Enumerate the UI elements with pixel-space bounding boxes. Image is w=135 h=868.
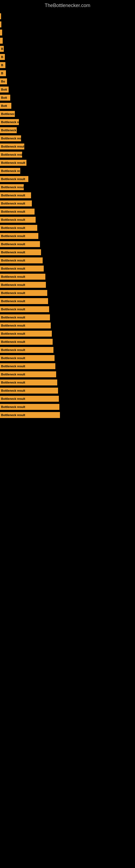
bar-item: Bottleneck result <box>0 200 32 207</box>
bar-item: Bottlenec <box>0 111 15 117</box>
bar-row: B <box>0 53 135 61</box>
bar-label: Bottleneck result <box>1 210 25 213</box>
bar-row: Bottleneck result <box>0 395 135 403</box>
bar-row: Bott <box>0 86 135 93</box>
bar-row: Bottleneck result <box>0 208 135 215</box>
bar-row <box>0 12 135 20</box>
bar-item: Bottleneck result <box>0 225 37 231</box>
bar-row: Bottleneck result <box>0 338 135 346</box>
bar-label: Bottleneck resi <box>1 137 21 140</box>
bar-row: Bottleneck result <box>0 199 135 207</box>
bar-item: Bottleneck result <box>0 160 27 166</box>
bar-row <box>0 29 135 36</box>
bar-label: B <box>1 55 3 59</box>
bar-item: B <box>0 46 4 52</box>
bar-item: B <box>0 62 5 68</box>
bar-item: B <box>0 70 6 76</box>
bar-row: Bott <box>0 94 135 101</box>
bar-row: Bottleneck result <box>0 191 135 199</box>
bar-row: B <box>0 69 135 77</box>
bar-item: Bottleneck result <box>0 209 35 215</box>
bar-label: Bottleneck result <box>1 161 25 164</box>
bars-container: BBBBBoBottBottBottBottlenecBottleneck re… <box>0 10 135 422</box>
bar-item: Bo <box>0 79 7 84</box>
bar-item: Bott <box>0 87 9 93</box>
bar-label: Bottleneck re <box>1 169 20 173</box>
bar-item: Bottleneck result <box>0 314 50 320</box>
bar-row: Bottleneck result <box>0 362 135 370</box>
bar-row: Bottleneck resul <box>0 183 135 191</box>
bar-item: Bottleneck result <box>0 176 28 182</box>
bar-label: Bott <box>1 96 7 99</box>
bar-label: Bott <box>1 104 7 107</box>
bar-item: Bottleneck result <box>0 217 36 223</box>
bar-item: Bottleneck result <box>0 249 41 255</box>
bar-item <box>0 30 2 35</box>
bar-label: Bottleneck resul <box>1 186 24 189</box>
bar-row: Bottleneck result <box>0 216 135 223</box>
bar-item <box>0 38 3 44</box>
bar-label: Bottleneck result <box>1 405 25 408</box>
bar-label: Bo <box>1 80 5 83</box>
bar-label: Bottleneck result <box>1 235 25 238</box>
bar-label: Bottleneck result <box>1 324 25 327</box>
bar-label: Bottleneck result <box>1 267 25 270</box>
bar-item: Bottleneck result <box>0 274 45 280</box>
bar-row: Bottleneck result <box>0 354 135 362</box>
bar-label: Bottleneck result <box>1 291 25 294</box>
bar-label: Bottleneck <box>1 129 16 132</box>
bar-row: Bottleneck result <box>0 379 135 386</box>
bar-row: Bottleneck result <box>0 281 135 289</box>
bar-row: Bott <box>0 102 135 110</box>
bar-item: Bottleneck result <box>0 298 48 304</box>
bar-row <box>0 37 135 44</box>
bar-label: Bottleneck result <box>1 275 25 278</box>
bar-label: Bottleneck result <box>1 202 25 205</box>
bar-label: Bottleneck resi <box>1 153 22 156</box>
bar-row: Bottleneck result <box>0 224 135 231</box>
bar-item: Bottleneck result <box>0 257 43 264</box>
bar-item: Bottleneck resul <box>0 184 24 190</box>
bar-label: Bottleneck result <box>1 348 25 351</box>
bar-item: Bottleneck result <box>0 241 40 247</box>
bar-item: Bottleneck result <box>0 144 24 150</box>
bar-label: Bottleneck result <box>1 218 25 221</box>
bar-item: Bott <box>0 103 11 109</box>
bar-label: Bottleneck result <box>1 308 25 311</box>
bar-label: Bottleneck result <box>1 340 25 343</box>
bar-label: B <box>1 63 3 67</box>
bar-label: Bottleneck result <box>1 365 25 368</box>
bar-label: Bottleneck result <box>1 397 25 400</box>
bar-label: Bottleneck result <box>1 177 25 181</box>
bar-item: B <box>0 54 5 60</box>
bar-row: Bottleneck result <box>0 305 135 313</box>
bar-item: Bottleneck result <box>0 388 58 394</box>
bar-label: Bottleneck result <box>1 226 25 229</box>
bar-item: Bottleneck result <box>0 290 47 296</box>
bar-row: Bottleneck resi <box>0 134 135 142</box>
bar-item: Bottleneck result <box>0 404 59 410</box>
bar-item: Bottleneck result <box>0 266 44 272</box>
bar-label: Bottleneck result <box>1 332 25 335</box>
bar-label: Bottlenec <box>1 112 14 116</box>
bar-label: Bottleneck result <box>1 373 25 376</box>
bar-item: Bott <box>0 95 10 101</box>
bar-item: Bottleneck result <box>0 363 55 369</box>
bar-item: Bottleneck result <box>0 355 54 361</box>
bar-row: Bottleneck result <box>0 346 135 354</box>
bar-item: Bottleneck result <box>0 347 53 353</box>
bar-row: Bottleneck result <box>0 265 135 272</box>
bar-row: Bottleneck result <box>0 248 135 256</box>
site-title: TheBottlenecker.com <box>0 0 135 10</box>
bar-item: Bottleneck result <box>0 412 60 418</box>
bar-item: Bottleneck result <box>0 371 56 377</box>
bar-row: Bottleneck result <box>0 289 135 297</box>
bar-row: Bottleneck result <box>0 411 135 419</box>
bar-row: Bottleneck result <box>0 322 135 329</box>
bar-row: Bottleneck result <box>0 273 135 280</box>
bar-item: Bottleneck result <box>0 192 31 198</box>
bar-label: Bottleneck result <box>1 389 25 392</box>
bar-row: Bottleneck result <box>0 387 135 394</box>
bar-item: Bottleneck result <box>0 396 59 402</box>
bar-row: Bottlenec <box>0 110 135 118</box>
